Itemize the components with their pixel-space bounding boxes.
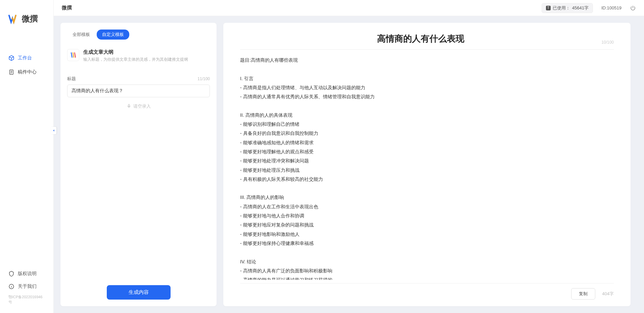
nav-item-drafts[interactable]: 稿件中心 (0, 65, 53, 79)
nav-item-label: 工作台 (18, 55, 32, 61)
voice-hint-text: 请空录入 (133, 103, 151, 109)
output-title-count: 10/100 (601, 40, 614, 45)
shield-icon (8, 271, 14, 277)
usage-value: 45641字 (572, 5, 589, 11)
info-icon (8, 283, 14, 290)
template-card: 生成文章大纲 输入标题，为你提供文章主体的灵感，并为其创建推文提纲 (67, 46, 210, 69)
mic-icon (127, 104, 131, 109)
nav-menu: 工作台 稿件中心 (0, 34, 53, 267)
page-title: 微撰 (62, 5, 72, 11)
bottom-item-label: 版权说明 (18, 271, 37, 277)
word-count: 404字 (602, 291, 614, 297)
bottom-item-label: 关于我们 (18, 283, 37, 290)
doc-icon (8, 69, 14, 75)
copy-button[interactable]: 复制 (571, 288, 595, 300)
title-char-count: 11/100 (197, 76, 210, 81)
text-icon: T (546, 6, 551, 10)
voice-input-hint[interactable]: 请空录入 (67, 103, 210, 109)
sidebar-bottom: 版权说明 关于我们 鄂ICP备2022016946号 (0, 267, 53, 313)
topbar: 微撰 T 已使用： 45641字 ID:100519 (54, 0, 644, 16)
bottom-item-copyright[interactable]: 版权说明 (0, 267, 53, 280)
usage-badge[interactable]: T 已使用： 45641字 (542, 3, 593, 13)
sidebar-collapse-handle[interactable] (51, 127, 56, 134)
output-panel: 高情商的人有什么表现 10/100 题目:高情商的人有哪些表现 I. 引言 - … (223, 23, 631, 306)
logo[interactable]: 微撰 (0, 0, 53, 34)
title-field-label: 标题 (67, 76, 76, 82)
title-input[interactable] (67, 85, 210, 97)
sidebar: 微撰 工作台 稿件中心 (0, 0, 54, 313)
output-body[interactable]: 题目:高情商的人有哪些表现 I. 引言 - 高情商是指人们处理情绪、与他人互动以… (240, 56, 614, 280)
template-icon (67, 49, 79, 61)
generate-button[interactable]: 生成内容 (107, 285, 171, 300)
user-id: ID:100519 (601, 5, 622, 10)
icp-text: 鄂ICP备2022016946号 (0, 293, 53, 306)
tab-custom-templates[interactable]: 自定义模板 (97, 30, 129, 40)
nav-item-label: 稿件中心 (18, 69, 37, 75)
tab-row: 全部模板 自定义模板 (67, 30, 210, 40)
output-title: 高情商的人有什么表现 (240, 33, 601, 45)
usage-prefix: 已使用： (553, 5, 570, 11)
svg-rect-2 (128, 104, 130, 106)
logo-text: 微撰 (22, 13, 38, 24)
nav-item-workspace[interactable]: 工作台 (0, 51, 53, 65)
template-title: 生成文章大纲 (83, 49, 210, 55)
bottom-item-about[interactable]: 关于我们 (0, 280, 53, 293)
logo-icon (8, 13, 19, 24)
content-row: 全部模板 自定义模板 生成文章大纲 输入标题，为你提供文章主体的灵感，并为其创建… (54, 16, 644, 313)
template-desc: 输入标题，为你提供文章主体的灵感，并为其创建推文提纲 (83, 57, 210, 62)
main-area: 微撰 T 已使用： 45641字 ID:100519 全部模板 自定义模板 (54, 0, 644, 313)
power-icon[interactable] (630, 5, 636, 11)
cube-icon (8, 55, 14, 61)
config-panel: 全部模板 自定义模板 生成文章大纲 输入标题，为你提供文章主体的灵感，并为其创建… (60, 23, 217, 306)
tab-all-templates[interactable]: 全部模板 (67, 30, 95, 40)
